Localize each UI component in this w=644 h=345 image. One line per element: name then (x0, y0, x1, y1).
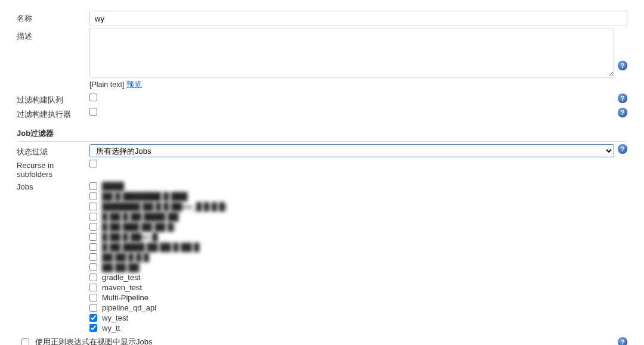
job-label: ████ (102, 182, 124, 191)
job-item: Multi-Pipeline (89, 293, 227, 302)
desc-hint-prefix: [Plain text] (89, 80, 126, 89)
use-regex-checkbox[interactable] (21, 338, 29, 346)
job-item: █ ██ ████ ██ ██ █ ██ █ (89, 242, 227, 251)
job-label: pipeline_qd_api (102, 303, 156, 312)
label-status-filter: 状态过滤 (17, 144, 89, 157)
help-icon[interactable]: ? (618, 108, 627, 117)
job-checkbox[interactable] (89, 263, 97, 271)
job-item: pipeline_qd_api (89, 303, 227, 312)
description-hint: [Plain text] 预览 (89, 80, 614, 90)
job-checkbox[interactable] (89, 223, 97, 231)
job-checkbox[interactable] (89, 314, 97, 322)
help-icon[interactable]: ? (618, 144, 627, 154)
job-label: wy_tt (102, 324, 120, 332)
job-label: Multi-Pipeline (102, 293, 148, 302)
job-label: ███████ ██ █ █ ██ew_█ █ █ █) (102, 202, 227, 211)
label-name: 名称 (17, 11, 89, 24)
help-icon[interactable]: ? (618, 61, 627, 70)
name-input[interactable] (89, 11, 627, 26)
job-checkbox[interactable] (89, 273, 97, 281)
job-item: █ ██ █ ██ ████ ██ (89, 212, 227, 221)
job-item: wy_tt (89, 323, 227, 332)
label-use-regex: 使用正则表达式在视图中显示Jobs (35, 337, 614, 345)
label-filter-executors: 过滤构建执行器 (17, 107, 89, 120)
job-item: ██ ██ █ █ █ (89, 252, 227, 262)
job-label: ██ █ ███████ █ ███ (102, 192, 187, 201)
job-checkbox[interactable] (89, 294, 97, 302)
jobs-list: ██████ █ ███████ █ ██████████ ██ █ █ ██e… (89, 180, 227, 333)
recurse-subfolders-checkbox[interactable] (89, 160, 97, 167)
job-checkbox[interactable] (89, 233, 97, 241)
job-item: █ ██ █ ██ee █ (89, 232, 227, 241)
label-jobs: Jobs (17, 180, 89, 191)
section-job-filter: Job过滤器 (17, 125, 627, 139)
job-item: ██ █ ███████ █ ███ (89, 191, 227, 201)
job-checkbox[interactable] (89, 192, 97, 200)
job-checkbox[interactable] (89, 324, 97, 332)
label-recurse: Recurse in subfolders (17, 158, 89, 179)
job-item: ████ (89, 181, 227, 191)
job-label: ██ ██ █ █ █ (102, 253, 149, 262)
job-checkbox[interactable] (89, 253, 97, 261)
job-checkbox[interactable] (89, 182, 97, 190)
job-item: gradle_test (89, 272, 227, 282)
job-label: wy_test (102, 313, 128, 322)
filter-executors-checkbox[interactable] (89, 108, 97, 116)
help-icon[interactable]: ? (618, 337, 627, 345)
job-item: ███████ ██ █ █ ██ew_█ █ █ █) (89, 201, 227, 211)
job-label: gradle_test (102, 273, 140, 282)
help-icon[interactable]: ? (618, 94, 627, 103)
job-checkbox[interactable] (89, 243, 97, 251)
divider (17, 141, 627, 142)
job-item: maven_test (89, 282, 227, 292)
job-item: ██ ██ ██ (89, 262, 227, 272)
job-checkbox[interactable] (89, 304, 97, 312)
label-description: 描述 (17, 29, 89, 42)
job-checkbox[interactable] (89, 213, 97, 220)
job-item: █ ██ ███ ██ ██ █) (89, 222, 227, 231)
job-label: ██ ██ ██ (102, 263, 140, 272)
job-label: █ ██ █ ██ ████ ██ (102, 212, 179, 221)
filter-build-queue-checkbox[interactable] (89, 94, 97, 101)
description-textarea[interactable] (89, 29, 614, 77)
preview-link[interactable]: 预览 (126, 80, 142, 89)
job-checkbox[interactable] (89, 203, 97, 210)
job-label: █ ██ ███ ██ ██ █) (102, 222, 176, 231)
job-label: █ ██ ████ ██ ██ █ ██ █ (102, 243, 199, 251)
job-checkbox[interactable] (89, 284, 97, 291)
label-filter-queue: 过滤构建队列 (17, 92, 89, 105)
status-filter-select[interactable]: 所有选择的Jobs (89, 144, 614, 157)
job-label: █ ██ █ ██ee █ (102, 232, 157, 241)
job-item: wy_test (89, 313, 227, 322)
job-label: maven_test (102, 283, 142, 292)
